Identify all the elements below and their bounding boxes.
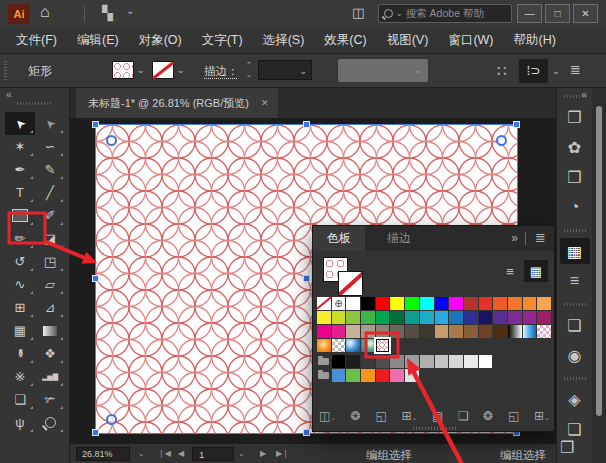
selection-handle-top-left[interactable] [93,122,98,127]
swatches-panel-icon[interactable]: ▦ [560,238,590,264]
stroke-panel-icon[interactable]: ≡ [560,268,590,294]
swatch[interactable] [346,325,360,338]
rotate-tool[interactable]: ↺ [5,250,35,273]
control-bar-menu-icon[interactable]: ≣ [570,62,581,77]
menu-item-选择S[interactable]: 选择(S) [253,28,315,53]
zoom-tool[interactable] [35,411,65,434]
stroke-weight-stepper[interactable]: ⌃⌄ [246,60,252,80]
swatch-libraries-button[interactable]: ◫⌄ [319,409,336,423]
swatch-grado[interactable] [317,339,331,352]
menu-item-文件F[interactable]: 文件(F) [6,28,67,53]
swatch[interactable] [449,311,463,324]
swatch[interactable] [420,325,434,338]
minimize-button[interactable]: — [517,4,542,23]
snap-options-button[interactable]: ⁞⊃ [519,59,548,83]
selection-handle-top-right[interactable] [514,122,519,127]
swatch[interactable] [493,311,507,324]
color-group-folder-icon[interactable] [317,369,331,382]
scrollbar-thumb[interactable] [596,106,602,416]
panel-grip[interactable] [17,102,53,105]
chevron-down-icon[interactable]: ⌄ [137,65,145,75]
maximize-button[interactable]: □ [545,4,570,23]
line-segment-tool[interactable]: ╱ [35,181,65,204]
last-artboard-icon[interactable]: ▶❘ [276,449,289,458]
live-corner-widget[interactable] [106,135,117,146]
direct-selection-tool[interactable]: ➤ [35,112,65,135]
width-tool[interactable]: ∿ [5,273,35,296]
swatch[interactable] [332,311,346,324]
swatch[interactable] [361,311,375,324]
selection-handle-bottom-left[interactable] [93,430,98,435]
color-themes-button[interactable]: ❂ [351,409,361,423]
scale-tool[interactable]: ◳ [35,250,65,273]
gradient-panel-icon[interactable]: ◔ [560,194,590,220]
swatch-gradbw[interactable] [508,325,522,338]
rectangle-tool[interactable] [5,204,35,227]
swatch[interactable] [464,325,478,338]
swatch[interactable] [390,311,404,324]
curvature-tool[interactable]: ✎ [35,158,65,181]
selection-handle-top-center[interactable] [304,122,309,127]
swatch[interactable] [508,297,522,310]
swatch[interactable] [435,311,449,324]
zoom-level-box[interactable]: 26.81% [76,447,130,461]
add-to-library-button[interactable]: ◱ [376,409,387,423]
variable-width-dropdown[interactable]: ⌄ [338,59,428,82]
paintbrush-tool[interactable]: ✐ [35,204,65,227]
selection-handle-middle-left[interactable] [93,276,98,281]
pen-tool[interactable]: ✒ [5,158,35,181]
grid-view-button[interactable]: ▦ [524,260,548,282]
swatch[interactable] [523,297,537,310]
swatch[interactable] [464,311,478,324]
workspace-switcher-icon[interactable]: ▚ [102,5,113,21]
swatch[interactable] [464,355,478,368]
panel-grip[interactable] [4,61,7,81]
selection-tool[interactable]: ➤ [5,112,35,135]
swatch[interactable] [493,325,507,338]
type-tool[interactable]: T [5,181,35,204]
swatch[interactable] [479,325,493,338]
swatch[interactable] [464,297,478,310]
stroke-weight-label[interactable]: 描边： [204,64,239,79]
swatch[interactable] [479,311,493,324]
swatch[interactable] [493,297,507,310]
swatch-options-button[interactable]: ▤ [432,409,443,423]
swatch[interactable] [435,355,449,368]
shape-builder-tool[interactable]: ⊞ [5,296,35,319]
properties-panel-icon[interactable]: ❐ [560,104,590,130]
chevron-down-icon[interactable]: ⌄ [138,449,145,458]
swatch[interactable] [332,355,346,368]
home-icon[interactable]: ⌂ [40,3,50,21]
align-options-icon[interactable]: ∷ [497,62,506,80]
search-input[interactable]: ⌄ 搜索 Adobe 帮助 [378,4,512,23]
color-panel-icon[interactable]: ✿ [560,134,590,160]
new-swatch-button[interactable]: ◱ [508,409,519,423]
swatch[interactable] [390,325,404,338]
swatch-pinkcheck[interactable] [537,325,551,338]
swatch[interactable] [390,355,404,368]
eraser-tool[interactable]: ◪ [35,227,65,250]
swatch[interactable] [332,369,346,382]
collapse-panel-icon[interactable]: » [511,231,518,245]
swatch[interactable] [435,325,449,338]
swatch-checker[interactable] [332,339,346,352]
layers-panel-icon[interactable]: ◈ [560,386,590,412]
export-for-screens-icon[interactable]: ❐ [560,438,574,457]
swatch[interactable] [376,325,390,338]
swatch[interactable] [449,297,463,310]
swatch[interactable] [332,325,346,338]
transparency-panel-icon[interactable]: ◉ [560,342,590,368]
symbol-sprayer-tool[interactable]: ※ [5,365,35,388]
perspective-grid-tool[interactable]: ⊿ [35,296,65,319]
swatch[interactable] [361,369,375,382]
swatch[interactable] [361,297,375,310]
dock-splitter[interactable] [592,88,606,463]
menu-item-帮助H[interactable]: 帮助(H) [504,28,566,53]
blend-tool[interactable]: ❖ [35,342,65,365]
swatch-bluesky[interactable] [346,339,360,352]
swatch[interactable] [405,325,419,338]
shaper-tool[interactable]: ✏ [5,227,35,250]
close-button[interactable]: ✕ [573,4,598,23]
artboard-number-box[interactable]: 1 [192,447,234,461]
swatch[interactable] [390,369,404,382]
